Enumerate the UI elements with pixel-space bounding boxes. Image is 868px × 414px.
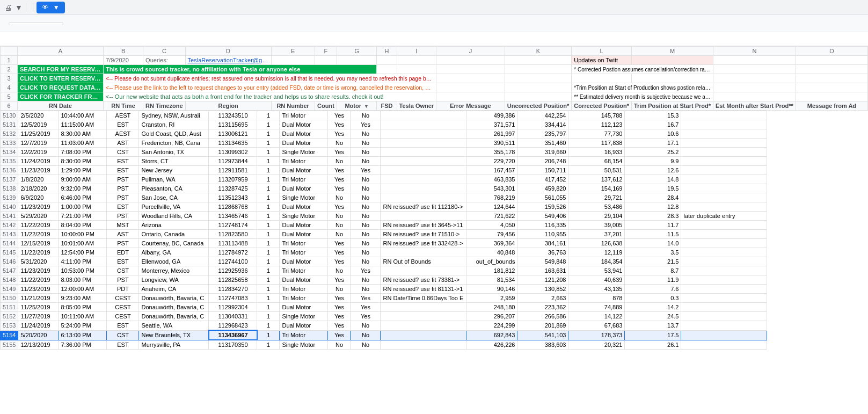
cell-corrected-pos[interactable]: 130,852	[517, 285, 568, 294]
cell-rn-date[interactable]: 5/29/2020	[18, 212, 59, 221]
cell-count[interactable]: 1	[257, 330, 280, 340]
cell-region[interactable]: Albany, GA	[139, 248, 209, 257]
cell-fsd[interactable]: Yes	[328, 248, 351, 257]
cell-count[interactable]: 1	[257, 184, 280, 193]
col-header-m[interactable]: M	[631, 47, 713, 56]
cell-count[interactable]: 1	[257, 212, 280, 221]
cell-message[interactable]	[681, 285, 767, 294]
cell-rn-time[interactable]: 10:01:00 AM	[59, 239, 107, 248]
cell-uncorrected-pos[interactable]: 692,843	[466, 330, 517, 340]
cell-tesla-owner[interactable]: Yes	[351, 120, 381, 129]
cell-rn-time[interactable]: 8:30:00 AM	[59, 129, 107, 139]
cell-est-month[interactable]: 3.5	[625, 248, 681, 257]
search-next-button[interactable]	[74, 23, 77, 24]
cell-est-month[interactable]: 14.8	[625, 175, 681, 184]
cell-1f[interactable]	[315, 56, 337, 65]
cell-region[interactable]: Longview, WA	[139, 275, 209, 285]
cell-error-msg[interactable]	[381, 139, 466, 148]
cell-region[interactable]: Murrysville, PA	[139, 340, 209, 350]
cell-corrected-pos[interactable]: 116,335	[517, 221, 568, 230]
cell-tesla-owner[interactable]: No	[351, 330, 381, 340]
cell-tesla-owner[interactable]: No	[351, 275, 381, 285]
cell-5n[interactable]	[713, 92, 796, 101]
cell-trim-pos[interactable]: 67,683	[568, 321, 625, 331]
search-prev-button[interactable]	[70, 23, 73, 24]
cell-fsd[interactable]: No	[328, 157, 351, 166]
cell-fsd[interactable]: No	[328, 266, 351, 275]
cell-rn-number[interactable]: 112784972	[209, 248, 257, 257]
cell-trim-pos[interactable]: 37,201	[568, 230, 625, 239]
col-header-f[interactable]: F	[315, 47, 337, 56]
cell-rn-time[interactable]: 12:00:00 AM	[59, 285, 107, 294]
cell-rn-time[interactable]: 7:08:00 PM	[59, 148, 107, 157]
cell-rn-time[interactable]: 6:13:00 PM	[59, 330, 107, 340]
cell-4a[interactable]: CLICK TO REQUEST DATA CHANGE	[18, 83, 104, 92]
cell-rn-date[interactable]: 5/31/2020	[18, 257, 59, 266]
cell-rn-tz[interactable]: AEST	[107, 111, 139, 120]
cell-tesla-owner[interactable]: No	[351, 230, 381, 239]
cell-count[interactable]: 1	[257, 230, 280, 239]
cell-motor[interactable]: Dual Motor	[280, 139, 328, 148]
cell-rn-tz[interactable]: AEST	[107, 129, 139, 139]
cell-fsd[interactable]: Yes	[328, 330, 351, 340]
cell-fsd[interactable]: Yes	[328, 294, 351, 303]
cell-tesla-owner[interactable]: No	[351, 148, 381, 157]
cell-region[interactable]: Pullman, WA	[139, 175, 209, 184]
cell-rn-date[interactable]: 11/22/2019	[18, 221, 59, 230]
cell-trim-pos[interactable]: 126,638	[568, 239, 625, 248]
cell-count[interactable]: 1	[257, 175, 280, 184]
cell-est-month[interactable]: 24.5	[625, 312, 681, 321]
cell-1b[interactable]: 7/9/2020	[104, 56, 143, 65]
cell-uncorrected-pos[interactable]: out_of_bounds	[466, 257, 517, 266]
cell-corrected-pos[interactable]: 561,055	[517, 193, 568, 202]
cell-message[interactable]	[681, 221, 767, 230]
cell-uncorrected-pos[interactable]: 499,386	[466, 111, 517, 120]
cell-trim-pos[interactable]: 29,721	[568, 193, 625, 202]
cell-tesla-owner[interactable]: Yes	[351, 266, 381, 275]
cell-tesla-owner[interactable]: No	[351, 239, 381, 248]
cell-uncorrected-pos[interactable]: 369,364	[466, 239, 517, 248]
print-icon[interactable]: 🖨	[4, 3, 12, 12]
cell-count[interactable]: 1	[257, 321, 280, 331]
cell-rn-number[interactable]: 113170350	[209, 340, 257, 350]
cell-motor[interactable]: Tri Motor	[280, 285, 328, 294]
header-fsd[interactable]: FSD	[377, 101, 397, 111]
cell-count[interactable]: 1	[257, 148, 280, 157]
cell-message[interactable]	[681, 111, 767, 120]
cell-5k[interactable]	[505, 92, 572, 101]
header-rn-time[interactable]: RN Time	[104, 101, 143, 111]
cell-5b[interactable]: <-- Our new website that acts as both a …	[104, 92, 436, 101]
cell-rn-number[interactable]: 113099302	[209, 148, 257, 157]
cell-3j[interactable]	[436, 74, 505, 83]
cell-rn-date[interactable]: 11/23/2019	[18, 202, 59, 212]
cell-fsd[interactable]: Yes	[328, 111, 351, 120]
col-header-g[interactable]: G	[337, 47, 377, 56]
cell-corrected-pos[interactable]: 2,663	[517, 294, 568, 303]
header-error-message[interactable]: Error Message	[436, 101, 505, 111]
cell-uncorrected-pos[interactable]: 261,997	[466, 129, 517, 139]
cell-trim-pos[interactable]: 12,119	[568, 248, 625, 257]
cell-1o[interactable]	[796, 56, 867, 65]
cell-message[interactable]	[681, 330, 767, 340]
cell-message[interactable]: later duplicate entry	[681, 212, 767, 221]
cell-rn-time[interactable]: 4:11:00 PM	[59, 257, 107, 266]
cell-4l[interactable]: *Trim Position at Start of Production sh…	[572, 83, 713, 92]
cell-fsd[interactable]: No	[328, 340, 351, 350]
cell-uncorrected-pos[interactable]: 371,571	[466, 120, 517, 129]
cell-fsd[interactable]: Yes	[328, 129, 351, 139]
cell-rn-tz[interactable]: PST	[107, 275, 139, 285]
cell-error-msg[interactable]	[381, 148, 466, 157]
col-header-d[interactable]: D	[185, 47, 271, 56]
cell-1e[interactable]	[271, 56, 315, 65]
cell-message[interactable]	[681, 303, 767, 312]
cell-corrected-pos[interactable]: 206,748	[517, 157, 568, 166]
cell-1l[interactable]: Updates on Twitt	[572, 56, 632, 65]
cell-2l[interactable]: * Corrected Postion assumes cancellation…	[572, 65, 713, 74]
cell-rn-number[interactable]: 112744100	[209, 257, 257, 266]
cell-error-msg[interactable]: RN Out of Bounds	[381, 257, 466, 266]
cell-rn-tz[interactable]: AST	[107, 230, 139, 239]
cell-count[interactable]: 1	[257, 340, 280, 350]
cell-corrected-pos[interactable]: 223,362	[517, 303, 568, 312]
cell-region[interactable]: San Jose, CA	[139, 193, 209, 202]
cell-rn-tz[interactable]: PDT	[107, 285, 139, 294]
